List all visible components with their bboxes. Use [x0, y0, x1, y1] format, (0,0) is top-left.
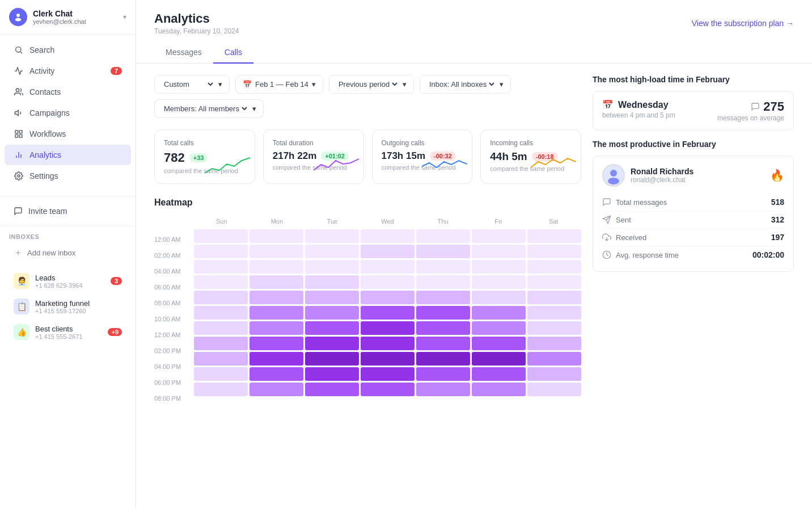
heatmap-section: Heatmap 12:00 AM 02:00 AM 04:00 AM 06:00… — [154, 198, 581, 406]
sidebar-item-settings[interactable]: Settings — [5, 166, 131, 186]
productive-card: Ronald Richards ronald@clerk.chat 🔥 Tota… — [593, 156, 794, 272]
nav-divider — [0, 196, 136, 196]
heatmap-cell — [305, 352, 359, 366]
sidebar-item-workflows[interactable]: Workflows — [5, 124, 131, 144]
divider-2 — [0, 226, 136, 226]
time-label: 10:00 AM — [154, 311, 194, 327]
heatmap-cell — [527, 367, 581, 381]
invite-team-label: Invite team — [28, 207, 67, 216]
invite-icon — [14, 207, 23, 216]
inbox-item-marketing[interactable]: 📋 Marketing funnel +1 415 559-17260 — [5, 294, 131, 319]
members-filter[interactable]: Members: All members ▾ — [154, 99, 264, 118]
heatmap-cell — [416, 352, 470, 366]
heatmap-cell — [472, 229, 526, 243]
heatmap-cell — [305, 260, 359, 274]
inboxes-label: Inboxes — [9, 233, 126, 240]
heatmap-cell — [361, 306, 415, 320]
productive-name: Ronald Richards — [631, 167, 693, 176]
heatmap-cell — [194, 260, 248, 274]
heatmap-cell — [249, 229, 303, 243]
inbox-select[interactable]: Inbox: All inboxes — [427, 79, 496, 89]
high-load-day: Wednesday — [618, 100, 669, 110]
time-label: 02:00 PM — [154, 343, 194, 359]
add-inbox-button[interactable]: ＋ Add new inbox — [5, 243, 131, 263]
time-label: 04:00 PM — [154, 359, 194, 375]
sent-value: 312 — [771, 215, 784, 224]
user-email: yevhen@clerk.chat — [33, 18, 123, 25]
heatmap-cell — [249, 245, 303, 258]
heatmap-cell — [305, 367, 359, 381]
chevron-down-icon: ▾ — [123, 13, 126, 21]
invite-team-button[interactable]: Invite team — [5, 201, 131, 221]
heatmap-cell — [527, 352, 581, 366]
heatmap-cell — [194, 291, 248, 304]
app-name: Clerk Chat — [33, 9, 123, 18]
app-header[interactable]: Clerk Chat yevhen@clerk.chat ▾ — [0, 0, 136, 35]
message-icon — [602, 198, 611, 207]
heatmap-cell — [472, 291, 526, 304]
inbox-item-leads[interactable]: 🧑‍💼 Leads +1 628 629-3964 3 — [5, 268, 131, 293]
compare-filter[interactable]: Previous period No comparison ▾ — [329, 75, 414, 94]
high-load-count: 275 — [763, 99, 784, 114]
tab-messages[interactable]: Messages — [154, 42, 213, 64]
sidebar-item-search[interactable]: Search — [5, 40, 131, 60]
leads-name: Leads — [35, 274, 105, 282]
time-label: 06:00 PM — [154, 375, 194, 391]
app-avatar — [9, 8, 27, 26]
heatmap-cell — [305, 229, 359, 243]
incoming-label: Incoming calls — [490, 139, 572, 147]
total-duration-label: Total duration — [273, 139, 354, 147]
heatmap-grid: Sun Mon Tue Wed Thu Fri Sat — [194, 216, 581, 406]
view-plan-link[interactable]: View the subscription plan → — [692, 19, 794, 28]
productive-section: The most productive in February Ronald R… — [593, 140, 794, 272]
received-value: 197 — [771, 233, 784, 242]
heatmap-cell — [472, 352, 526, 366]
high-load-count-label: messages on average — [717, 114, 784, 122]
filter-bar: Custom Last 7 days Last 30 days ▾ 📅 Feb … — [154, 75, 581, 118]
best-badge: +9 — [108, 328, 122, 336]
stat-row-avg-response: Avg. response time 00:02:00 — [602, 246, 784, 263]
heatmap-cell — [249, 260, 303, 274]
date-range-filter[interactable]: 📅 Feb 1 — Feb 14 ▾ — [235, 75, 323, 94]
heatmap-day-labels: Sun Mon Tue Wed Thu Fri Sat — [194, 216, 581, 227]
period-select[interactable]: Custom Last 7 days Last 30 days — [162, 79, 215, 89]
heatmap-cell — [416, 291, 470, 304]
outgoing-value: 173h 15m — [382, 150, 426, 162]
svg-marker-5 — [15, 110, 18, 115]
heatmap-cell — [527, 260, 581, 274]
heatmap-cell — [361, 245, 415, 258]
heatmap-cell — [194, 367, 248, 381]
stat-row-total-messages: Total messages 518 — [602, 194, 784, 211]
activity-icon — [14, 66, 24, 76]
inbox-item-best[interactable]: 👍 Best clients +1 415 555-2671 +9 — [5, 320, 131, 345]
sidebar-item-activity[interactable]: Activity 7 — [5, 61, 131, 81]
page-header: Analytics Tuesday, February 10, 2024 Vie… — [136, 0, 812, 64]
avg-response-value: 00:02:00 — [752, 250, 784, 259]
date-range-value: Feb 1 — Feb 14 — [255, 80, 308, 89]
compare-select[interactable]: Previous period No comparison — [336, 79, 399, 89]
sidebar: Clerk Chat yevhen@clerk.chat ▾ Search Ac… — [0, 0, 136, 508]
period-filter[interactable]: Custom Last 7 days Last 30 days ▾ — [154, 75, 230, 94]
svg-point-15 — [610, 170, 617, 177]
heatmap-cell — [472, 275, 526, 289]
members-select[interactable]: Members: All members — [162, 104, 249, 114]
time-label: 08:00 AM — [154, 295, 194, 311]
inbox-filter[interactable]: Inbox: All inboxes ▾ — [420, 75, 511, 94]
marketing-name: Marketing funnel — [35, 299, 122, 308]
svg-rect-9 — [15, 135, 18, 137]
heatmap-cell — [416, 383, 470, 396]
high-load-time: between 4 pm and 5 pm — [602, 111, 675, 119]
left-panel: Custom Last 7 days Last 30 days ▾ 📅 Feb … — [154, 75, 581, 497]
heatmap-cell — [361, 367, 415, 381]
tab-calls[interactable]: Calls — [213, 42, 253, 64]
time-label: 06:00 AM — [154, 279, 194, 295]
sidebar-item-contacts[interactable]: Contacts — [5, 82, 131, 102]
chevron-icon: ▾ — [252, 104, 256, 113]
heatmap-cell — [361, 337, 415, 350]
svg-point-16 — [608, 178, 619, 184]
sidebar-item-analytics[interactable]: Analytics — [5, 145, 131, 165]
sidebar-item-label: Campaigns — [29, 108, 70, 117]
sidebar-item-label: Activity — [29, 66, 54, 75]
sidebar-item-campaigns[interactable]: Campaigns — [5, 103, 131, 123]
heatmap-cell — [527, 291, 581, 304]
